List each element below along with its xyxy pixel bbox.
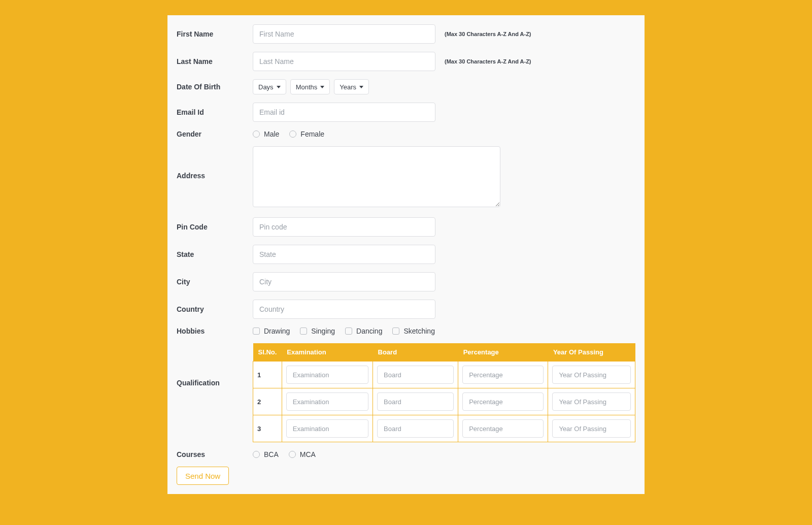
first-name-hint: (Max 30 Characters A-Z And A-Z) [435, 31, 531, 37]
gender-male-label: Male [264, 130, 279, 138]
qt-percentage-input[interactable] [462, 392, 544, 411]
row-submit: Send Now [177, 467, 635, 485]
row-qualification: Qualification SI.No. Examination Board P… [177, 343, 635, 442]
row-pincode: Pin Code [177, 217, 635, 237]
qt-percentage-input[interactable] [462, 366, 544, 384]
qt-row-num: 2 [253, 388, 282, 415]
dob-days-label: Days [258, 83, 274, 91]
label-city: City [177, 278, 253, 286]
qt-row-num: 3 [253, 415, 282, 442]
dob-months-label: Months [296, 83, 318, 91]
row-city: City [177, 272, 635, 291]
row-country: Country [177, 300, 635, 319]
qt-examination-input[interactable] [286, 392, 368, 411]
radio-icon [289, 130, 296, 138]
label-hobbies: Hobbies [177, 327, 253, 335]
row-email: Email Id [177, 103, 635, 122]
qt-row-num: 1 [253, 362, 282, 388]
course-mca-radio[interactable]: MCA [289, 450, 316, 458]
hobby-drawing-label: Drawing [264, 327, 290, 335]
radio-icon [253, 451, 260, 458]
qt-examination-input[interactable] [286, 366, 368, 384]
qt-board-input[interactable] [377, 419, 454, 438]
qt-year-input[interactable] [552, 392, 631, 411]
qt-board-input[interactable] [377, 392, 454, 411]
qt-board-input[interactable] [377, 366, 454, 384]
dob-years-label: Years [340, 83, 356, 91]
qt-header-board: Board [373, 343, 458, 362]
qt-header-examination: Examination [282, 343, 373, 362]
gender-female-radio[interactable]: Female [289, 130, 324, 138]
country-input[interactable] [253, 300, 435, 319]
address-input[interactable] [253, 146, 500, 207]
form-container: First Name (Max 30 Characters A-Z And A-… [167, 15, 645, 494]
caret-down-icon [320, 86, 324, 88]
dob-days-dropdown[interactable]: Days [253, 79, 286, 94]
hobby-sketching-checkbox[interactable]: Sketching [392, 327, 434, 335]
course-bca-label: BCA [264, 450, 279, 458]
row-first-name: First Name (Max 30 Characters A-Z And A-… [177, 24, 635, 44]
row-address: Address [177, 146, 635, 209]
table-row: 1 [253, 362, 635, 388]
checkbox-icon [392, 327, 399, 335]
qualification-table: SI.No. Examination Board Percentage Year… [253, 343, 635, 442]
label-last-name: Last Name [177, 57, 253, 65]
dob-months-dropdown[interactable]: Months [290, 79, 330, 94]
hobby-dancing-label: Dancing [356, 327, 382, 335]
label-country: Country [177, 305, 253, 313]
send-now-button[interactable]: Send Now [177, 467, 229, 485]
last-name-hint: (Max 30 Characters A-Z And A-Z) [435, 58, 531, 64]
qt-header-percentage: Percentage [458, 343, 548, 362]
checkbox-icon [345, 327, 352, 335]
radio-icon [253, 130, 260, 138]
label-gender: Gender [177, 130, 253, 138]
hobby-sketching-label: Sketching [403, 327, 434, 335]
label-dob: Date Of Birth [177, 83, 253, 91]
gender-female-label: Female [300, 130, 324, 138]
city-input[interactable] [253, 272, 435, 291]
label-courses: Courses [177, 450, 253, 458]
row-hobbies: Hobbies Drawing Singing Dancing Sketchin… [177, 327, 635, 335]
label-address: Address [177, 146, 253, 180]
email-input[interactable] [253, 103, 435, 122]
label-qualification: Qualification [177, 343, 253, 387]
checkbox-icon [300, 327, 307, 335]
label-email: Email Id [177, 108, 253, 116]
caret-down-icon [277, 86, 281, 88]
last-name-input[interactable] [253, 52, 435, 71]
label-first-name: First Name [177, 30, 253, 38]
radio-icon [289, 451, 296, 458]
row-courses: Courses BCA MCA [177, 450, 635, 458]
label-pincode: Pin Code [177, 223, 253, 231]
qt-year-input[interactable] [552, 366, 631, 384]
hobby-drawing-checkbox[interactable]: Drawing [253, 327, 290, 335]
qt-percentage-input[interactable] [462, 419, 544, 438]
first-name-input[interactable] [253, 24, 435, 44]
gender-male-radio[interactable]: Male [253, 130, 279, 138]
row-state: State [177, 245, 635, 264]
qt-header-slno: SI.No. [253, 343, 282, 362]
checkbox-icon [253, 327, 260, 335]
qt-header-year: Year Of Passing [548, 343, 635, 362]
course-bca-radio[interactable]: BCA [253, 450, 279, 458]
course-mca-label: MCA [300, 450, 316, 458]
state-input[interactable] [253, 245, 435, 264]
hobby-dancing-checkbox[interactable]: Dancing [345, 327, 382, 335]
pincode-input[interactable] [253, 217, 435, 237]
label-state: State [177, 250, 253, 258]
caret-down-icon [359, 86, 363, 88]
table-row: 2 [253, 388, 635, 415]
row-last-name: Last Name (Max 30 Characters A-Z And A-Z… [177, 52, 635, 71]
dob-years-dropdown[interactable]: Years [334, 79, 369, 94]
qt-year-input[interactable] [552, 419, 631, 438]
qt-examination-input[interactable] [286, 419, 368, 438]
hobby-singing-checkbox[interactable]: Singing [300, 327, 335, 335]
hobby-singing-label: Singing [311, 327, 335, 335]
row-dob: Date Of Birth Days Months Years [177, 79, 635, 94]
row-gender: Gender Male Female [177, 130, 635, 138]
table-row: 3 [253, 415, 635, 442]
